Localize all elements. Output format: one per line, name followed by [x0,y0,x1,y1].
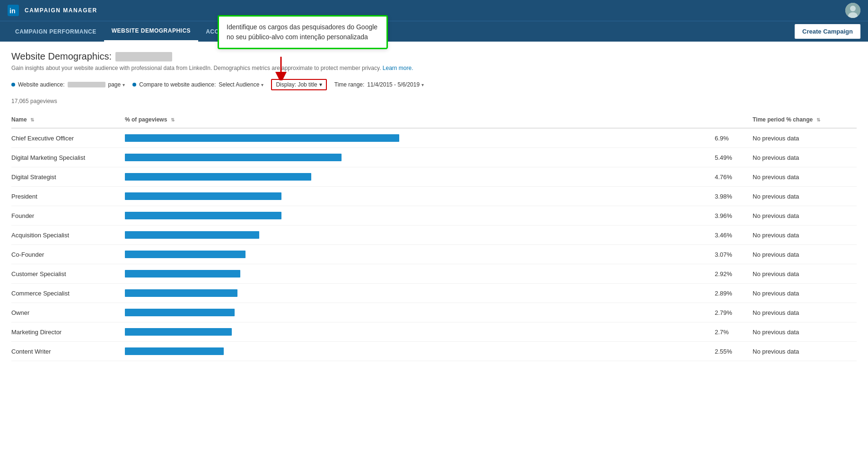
row-name: Marketing Director [11,322,125,342]
row-pct: 3.98% [715,187,753,206]
row-pct: 3.07% [715,245,753,264]
row-change: No previous data [753,303,857,322]
row-bar [125,167,715,187]
audience-page-dropdown[interactable]: page ▾ [108,81,125,88]
table-row: Customer Specialist 2.92% No previous da… [11,264,857,284]
row-bar [125,303,715,322]
create-campaign-button[interactable]: Create Campaign [795,24,860,39]
nav-campaign-performance[interactable]: CAMPAIGN PERFORMANCE [8,21,104,42]
row-pct: 3.96% [715,206,753,226]
table-row: Founder 3.96% No previous data [11,206,857,226]
row-bar [125,284,715,303]
row-change: No previous data [753,148,857,167]
name-sort-icon[interactable]: ⇅ [30,117,34,122]
row-pct: 6.9% [715,128,753,148]
row-pct: 2.89% [715,284,753,303]
col-time-change: Time period % change ⇅ [753,112,857,128]
demographics-table: Name ⇅ % of pageviews ⇅ Time period % ch… [11,112,857,361]
filters-row: Website audience: page ▾ Compare to webs… [11,79,857,90]
row-bar [125,206,715,226]
row-bar [125,264,715,284]
nav-website-demographics[interactable]: WEBSITE DEMOGRAPHICS [104,21,198,42]
row-change: No previous data [753,167,857,187]
col-pct-pageviews: % of pageviews ⇅ [125,112,715,128]
row-pct: 2.79% [715,303,753,322]
table-row: Owner 2.79% No previous data [11,303,857,322]
row-pct: 2.55% [715,342,753,361]
table-row: Digital Marketing Specialist 5.49% No pr… [11,148,857,167]
table-row: Co-Founder 3.07% No previous data [11,245,857,264]
table-row: Digital Strategist 4.76% No previous dat… [11,167,857,187]
row-change: No previous data [753,206,857,226]
table-row: Acquisition Specialist 3.46% No previous… [11,226,857,245]
row-change: No previous data [753,226,857,245]
svg-point-3 [850,6,856,11]
row-pct: 4.76% [715,167,753,187]
row-pct: 5.49% [715,148,753,167]
page-subtitle: Gain insights about your website audienc… [11,65,857,71]
table-body: Chief Executive Officer 6.9% No previous… [11,128,857,361]
table-row: Content Writer 2.55% No previous data [11,342,857,361]
row-name: Acquisition Specialist [11,226,125,245]
tooltip-arrow [272,57,290,82]
row-name: Customer Specialist [11,264,125,284]
row-bar [125,342,715,361]
row-change: No previous data [753,245,857,264]
top-bar: in CAMPAIGN MANAGER [0,0,868,21]
main-content: Website Demographics: Gain insights abou… [0,42,868,451]
row-bar [125,245,715,264]
row-change: No previous data [753,187,857,206]
table-row: President 3.98% No previous data [11,187,857,206]
col-pct-value [715,112,753,128]
compare-audience-filter: Compare to website audience: Select Audi… [132,81,263,88]
time-range-filter: Time range: 11/4/2015 - 5/6/2019 ▾ [334,81,424,88]
row-pct: 2.92% [715,264,753,284]
row-name: Founder [11,206,125,226]
audience-dot [11,83,15,87]
compare-audience-dropdown[interactable]: Select Audience ▾ [219,81,263,88]
row-pct: 2.7% [715,322,753,342]
page-title: Website Demographics: [11,51,857,62]
svg-text:in: in [9,7,15,15]
row-name: Commerce Specialist [11,284,125,303]
row-pct: 3.46% [715,226,753,245]
linkedin-logo: in [8,5,19,16]
pageviews-count: 17,065 pageviews [11,98,857,104]
row-name: Owner [11,303,125,322]
app-title: CAMPAIGN MANAGER [25,7,97,14]
row-bar [125,226,715,245]
website-audience-filter: Website audience: page ▾ [11,81,125,88]
row-bar [125,322,715,342]
tooltip-overlay: Identifique os cargos das pesquisadores … [218,15,388,49]
pct-sort-icon[interactable]: ⇅ [171,117,175,122]
row-change: No previous data [753,342,857,361]
time-range-dropdown[interactable]: 11/4/2015 - 5/6/2019 ▾ [367,81,424,88]
col-name: Name ⇅ [11,112,125,128]
display-chevron: ▾ [319,81,322,88]
row-change: No previous data [753,264,857,284]
nav-bar: CAMPAIGN PERFORMANCE WEBSITE DEMOGRAPHIC… [0,21,868,42]
table-row: Commerce Specialist 2.89% No previous da… [11,284,857,303]
audience-name-filter-blurred [68,82,105,87]
table-row: Chief Executive Officer 6.9% No previous… [11,128,857,148]
user-avatar[interactable] [845,3,860,18]
row-change: No previous data [753,284,857,303]
row-bar [125,148,715,167]
table-row: Marketing Director 2.7% No previous data [11,322,857,342]
row-name: Co-Founder [11,245,125,264]
row-name: Digital Marketing Specialist [11,148,125,167]
row-change: No previous data [753,128,857,148]
change-sort-icon[interactable]: ⇅ [816,117,820,122]
row-bar [125,187,715,206]
audience-name-blurred [115,52,172,61]
row-name: Content Writer [11,342,125,361]
row-bar [125,128,715,148]
row-name: Chief Executive Officer [11,128,125,148]
row-change: No previous data [753,322,857,342]
learn-more-link[interactable]: Learn more. [383,65,413,71]
row-name: Digital Strategist [11,167,125,187]
compare-dot [132,83,136,87]
table-header: Name ⇅ % of pageviews ⇅ Time period % ch… [11,112,857,128]
row-name: President [11,187,125,206]
